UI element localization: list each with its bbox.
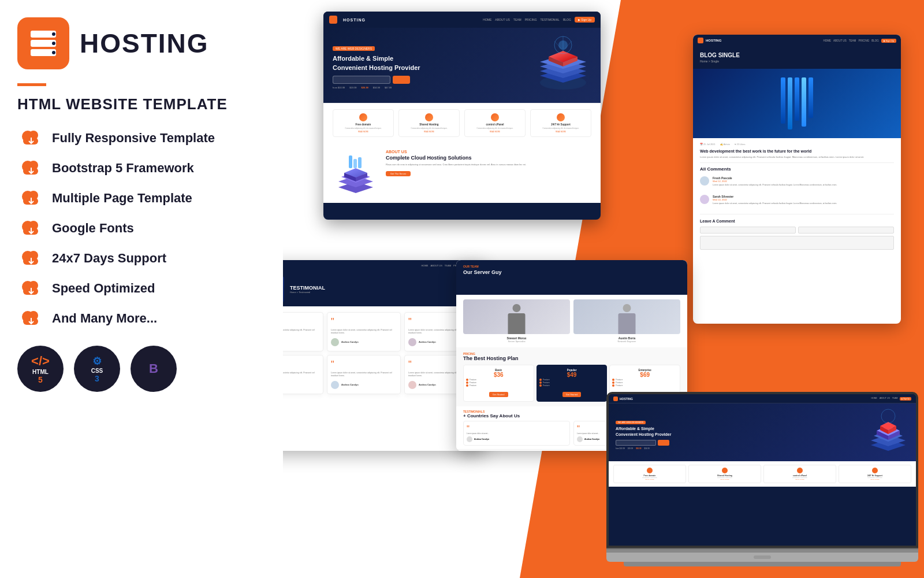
feature-1-popular: Feature [539,379,605,381]
laptop-nav-home: HOME [871,397,877,401]
svg-rect-54 [353,159,357,168]
preview-cloud-section: ABOUT US Complete Cloud Hosting Solution… [323,143,601,203]
support-title: 24/7 Hr Support [533,123,588,126]
laptop-price-3: $26.99 [636,447,641,450]
bottom-avatar-1 [467,436,472,442]
feature-3-popular: Feature [539,384,605,387]
free-domain-desc: Consectetur adipiscing elit, do eiusmod … [336,127,391,129]
laptop-nav-logo [613,397,618,401]
service-cpanel: control cPanel Consectetur adipiscing el… [464,109,526,137]
laptop-nav: HOSTING HOME ABOUT US TEAM ▶ Sign Up [609,394,916,403]
svg-rect-55 [358,157,362,168]
search-input-preview [333,76,390,84]
svg-point-4 [52,42,55,45]
popular-cta[interactable]: Get Started [562,392,581,397]
shared-hosting-link: READ MORE [401,131,457,133]
laptop-prices: from $10.99 $19.99 $26.99 $34.99 [616,447,671,450]
laptop-base [606,553,918,562]
laptop-price-2: $19.99 [628,447,633,450]
comment-2: Sarah Silvester Wed 14, 2022 Lorem ipsum… [700,195,894,209]
laptop-service-link-1: READ MORE [615,479,684,480]
cloud-download-icon-2 [17,157,43,179]
server-col-3 [795,77,799,121]
shared-hosting-title: Shared Hosting [401,123,457,126]
laptop-trackpad [754,555,771,559]
team-title: Our Server Guy [463,269,680,275]
blog-nav-blog: BLOG [871,39,879,42]
search-btn-preview [393,76,410,84]
nav-about: ABOUT US [495,18,509,21]
blog-author: ✍ Admin [720,143,730,146]
bottom-author-1: Andrea Carolyn [467,436,567,442]
laptop-service-icon-3 [797,468,803,473]
laptop-search-btn [658,440,669,446]
laptop-hero: WE ARE WEB DESIGNERS Affordable & Simple… [609,403,916,461]
laptop-3d-graphic [865,405,911,457]
quote-mark-2: " [331,317,397,327]
basic-cta[interactable]: Get Started [489,392,508,397]
blog-image-bg [693,69,901,138]
html-badge: </> HTML 5 [17,346,64,392]
testimonial-author-2: Andrea Carolyn [331,338,397,346]
pricing-popular: Popular $49 Feature Feature Feature Get … [536,365,608,402]
preview-hero-text: WE ARE WEB DESIGNERS Affordable & Simple… [333,42,420,89]
laptop-foot [624,562,901,566]
feature-text-5: 24x7 Days Support [52,251,166,266]
bottom-test-card-1: " Lorem ipsum dolor sit amet... Andrea C… [463,421,570,446]
preview-nav-logo [329,16,337,24]
comment-form [700,227,894,250]
previews-area: HOSTING HOME ABOUT US TEAM PRICING TESTI… [231,0,924,578]
template-title: HTML WEBSITE TEMPLATE [17,95,266,113]
feature-1-basic: Feature [466,379,531,381]
feature-item-responsive: Fully Responsive Template [17,127,266,149]
author-avatar-2 [331,338,339,346]
author-name-2: Andrea Carolyn [341,340,359,343]
blog-breadcrumb: Home > Single [700,60,894,63]
laptop-service-4: 24/7 Hr Support Consectetur adipiscing. … [839,465,911,483]
author-avatar-5 [331,381,339,389]
cpanel-title: control cPanel [467,123,523,126]
comment-date-1: Wed 12, 2022 [713,180,837,183]
support-icon [557,113,565,121]
plan-price-popular: $49 [539,372,605,378]
blog-nav-btn: ▶ Sign Up [881,39,896,43]
feature-text-1: Fully Responsive Template [52,131,215,146]
form-email-field[interactable] [798,227,894,234]
comment-avatar-1 [700,176,709,186]
cloud-3d-svg [333,150,379,196]
blog-post-title: Web development the best work is the fut… [700,149,894,153]
preview-main-hero: WE ARE WEB DESIGNERS Affordable & Simple… [323,28,601,103]
hosting-icon [26,26,61,61]
laptop-service-icon-4 [872,468,878,473]
plan-price-basic: $36 [466,372,531,378]
feature-2-basic: Feature [466,381,531,384]
cloud-download-icon-6 [17,277,43,299]
blog-nav-team: TEAM [849,39,856,42]
feature-text-7: And Many More... [52,311,157,326]
bottom-name-1: Andrea Carolyn [474,438,489,440]
testimonial-breadcrumb: Home > Testimonial [290,291,325,294]
form-name-field[interactable] [700,227,796,234]
laptop-hero-badge: WE ARE WEB DESIGNERS [616,421,646,424]
team-photo-1 [463,299,570,334]
nav-pricing: PRICING [525,18,537,21]
left-panel: HOSTING HTML WEBSITE TEMPLATE Fully Resp… [0,0,283,578]
person-silhouette-2 [617,304,637,334]
laptop-nav-team: TEAM [892,397,898,401]
laptop-service-3: control cPanel Consectetur adipiscing. R… [763,465,836,483]
testimonial-card-2: " Lorem ipsum dolor sit amet, consectetu… [327,312,401,351]
form-message-field[interactable] [700,236,894,250]
laptop-services: Free domain Consectetur adipiscing. READ… [609,461,916,487]
author-name-6: Andrea Carolyn [419,383,436,386]
blog-single-title: BLOG SINGLE [700,52,894,58]
laptop-preview: HOSTING HOME ABOUT US TEAM ▶ Sign Up WE … [601,335,924,578]
laptop-hero-title: Affordable & SimpleConvenient Hosting Pr… [616,426,671,438]
cloud-3d-graphic [333,150,379,196]
blog-nav-logo [698,38,703,43]
laptop-hinge [606,548,918,553]
testimonial-author-5: Andrea Carolyn [331,381,397,389]
comment-text-1: Fresh Pascale Wed 12, 2022 Lorem ipsum d… [713,176,837,190]
author-name-3: Andrea Carolyn [419,340,436,343]
comment-date-2: Wed 14, 2022 [713,198,837,201]
hero-3d-svg [531,31,595,94]
